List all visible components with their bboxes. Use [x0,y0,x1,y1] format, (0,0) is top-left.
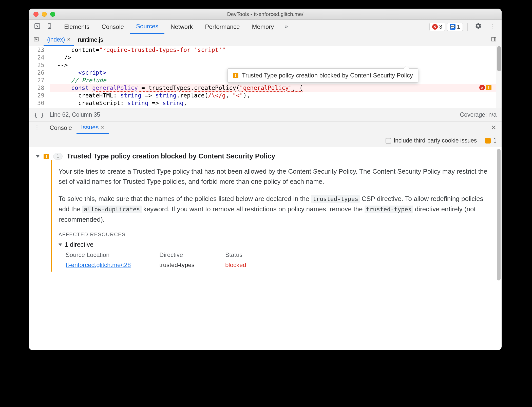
zoom-window-button[interactable] [50,12,55,17]
devtools-window: DevTools - tt-enforced.glitch.me/ Elemen… [29,9,502,350]
more-options-button[interactable]: ⋮ [486,23,499,30]
message-count-badge[interactable]: 💬 1 [447,23,463,31]
warning-icon[interactable]: ! [486,85,491,90]
message-icon: 💬 [450,24,455,30]
svg-rect-5 [492,37,496,41]
scrollbar-track[interactable] [496,46,502,108]
error-count-badge[interactable]: ✕ 3 [429,23,445,31]
warning-icon: ! [44,154,49,159]
code-inline: trusted-types [311,195,360,203]
source-location-link[interactable]: tt-enforced.glitch.me/:28 [66,261,131,268]
warning-count: 1 [493,137,497,144]
scrollbar-thumb[interactable] [497,46,501,71]
include-third-party-checkbox[interactable]: Include third-party cookie issues [386,137,477,144]
status-value: blocked [225,261,261,269]
issues-panel: ! 1 Trusted Type policy creation blocked… [29,147,502,350]
issues-warning-count[interactable]: ! 1 [485,137,497,144]
code-inline: allow-duplicates [82,206,142,213]
device-toggle-icon[interactable] [46,23,53,31]
close-icon[interactable]: ✕ [67,37,71,42]
window-title: DevTools - tt-enforced.glitch.me/ [29,11,502,17]
pretty-print-button[interactable]: { } [34,112,44,118]
checkbox-icon [386,138,391,144]
editor-statusbar: { } Line 62, Column 35 Coverage: n/a [29,108,502,121]
file-tabs: (index)✕runtime.js [29,34,502,46]
window-controls [33,12,55,17]
settings-button[interactable] [472,22,484,31]
inspect-icon[interactable] [34,23,41,31]
svg-marker-4 [36,38,37,40]
issue-paragraph-2: To solve this, make sure that the names … [59,194,495,225]
scrollbar-track[interactable] [496,147,502,350]
chevron-down-icon[interactable] [59,243,62,246]
minimize-window-button[interactable] [42,12,47,17]
tab-performance[interactable]: Performance [199,20,246,34]
directive-summary: 1 directive [65,241,93,248]
more-tabs-button[interactable] [280,20,294,34]
cursor-position: Line 62, Column 35 [50,111,100,118]
scrollbar-thumb[interactable] [497,149,501,280]
table-row: tt-enforced.glitch.me/:28 trusted-types … [66,261,495,269]
drawer-tab-console[interactable]: Console [45,121,77,134]
main-tabs: ElementsConsoleSourcesNetworkPerformance… [29,20,502,34]
tab-network[interactable]: Network [164,20,199,34]
separator [467,23,468,31]
code-inline: trusted-types [365,206,413,213]
issue-content: Your site tries to create a Trusted Type… [51,160,495,272]
col-directive: Directive [159,251,213,258]
tab-elements[interactable]: Elements [58,20,96,34]
drawer-more-button[interactable]: ⋮ [29,124,45,131]
file-tab[interactable]: (index)✕ [44,34,74,46]
issue-count: 1 [53,153,63,160]
directive-summary-row[interactable]: 1 directive [59,241,495,248]
show-debugger-button[interactable] [486,36,502,44]
file-tab[interactable]: runtime.js [74,34,107,46]
checkbox-label: Include third-party cookie issues [394,137,477,144]
coverage-status: Coverage: n/a [460,111,497,118]
chevron-down-icon[interactable] [36,155,40,158]
error-icon[interactable]: ✕ [479,85,485,90]
titlebar: DevTools - tt-enforced.glitch.me/ [29,9,502,20]
separator [481,137,481,145]
tooltip-text: Trusted Type policy creation blocked by … [242,72,413,79]
message-count: 1 [457,24,460,30]
issue-title: Trusted Type policy creation blocked by … [67,152,275,160]
issues-toolbar: Include third-party cookie issues ! 1 [29,134,502,147]
issue-header[interactable]: ! 1 Trusted Type policy creation blocked… [36,152,495,160]
col-source-location: Source Location [66,251,147,258]
warning-icon: ! [485,138,491,144]
affected-table: Source Location Directive Status tt-enfo… [66,251,495,269]
error-icon: ✕ [432,24,438,30]
drawer-tab-issues[interactable]: Issues✕ [77,121,109,134]
issue-paragraph-1: Your site tries to create a Trusted Type… [59,166,495,187]
table-header: Source Location Directive Status [66,251,495,258]
source-editor[interactable]: 2324252627282930 content="require-truste… [29,46,502,108]
show-navigator-button[interactable] [29,36,44,44]
col-status: Status [225,251,261,258]
tab-sources[interactable]: Sources [130,20,164,34]
directive-value: trusted-types [159,261,213,269]
line-number-gutter[interactable]: 2324252627282930 [29,46,48,107]
tab-memory[interactable]: Memory [246,20,280,34]
warning-icon: ! [233,73,238,78]
error-count: 3 [439,24,442,30]
tab-console[interactable]: Console [96,20,130,34]
close-icon[interactable]: ✕ [101,125,104,130]
close-window-button[interactable] [33,12,39,17]
close-drawer-button[interactable]: ✕ [486,124,502,132]
drawer-tabs: ⋮ ConsoleIssues✕ ✕ [29,121,502,134]
affected-resources-heading: AFFECTED RESOURCES [59,232,495,237]
error-tooltip: ! Trusted Type policy creation blocked b… [227,68,418,83]
